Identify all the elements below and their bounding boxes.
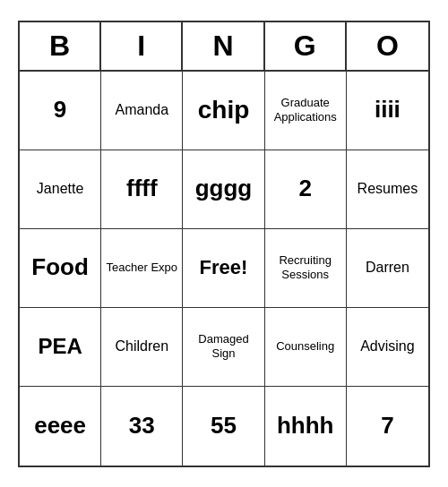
bingo-grid: 9 Amanda chip Graduate Applications iiii… <box>20 72 428 466</box>
header-b: B <box>20 22 101 70</box>
bingo-card: B I N G O 9 Amanda chip Graduate Applica… <box>18 21 430 467</box>
cell-0-4: iiii <box>347 72 428 150</box>
cell-4-0: eeee <box>20 387 101 466</box>
cell-4-4: 7 <box>347 387 428 466</box>
header-o: O <box>347 22 428 70</box>
cell-3-4: Advising <box>347 308 428 387</box>
cell-4-1: 33 <box>101 387 183 466</box>
cell-3-1: Children <box>101 308 183 387</box>
cell-1-1: ffff <box>101 150 183 229</box>
cell-1-0: Janette <box>20 150 101 229</box>
cell-0-2: chip <box>183 72 264 150</box>
cell-2-4: Darren <box>347 229 428 308</box>
cell-4-2: 55 <box>183 387 264 466</box>
cell-0-0: 9 <box>20 72 101 150</box>
cell-1-3: 2 <box>265 150 347 229</box>
cell-2-0: Food <box>20 229 101 308</box>
cell-2-1: Teacher Expo <box>101 229 183 308</box>
cell-2-3: Recruiting Sessions <box>265 229 347 308</box>
cell-3-2: Damaged Sign <box>183 308 264 387</box>
cell-3-3: Counseling <box>265 308 347 387</box>
header-i: I <box>101 22 183 70</box>
header-n: N <box>183 22 264 70</box>
cell-3-0: PEA <box>20 308 101 387</box>
bingo-header: B I N G O <box>20 22 428 72</box>
cell-4-3: hhhh <box>265 387 347 466</box>
cell-2-2: Free! <box>183 229 264 308</box>
cell-0-3: Graduate Applications <box>265 72 347 150</box>
cell-1-2: gggg <box>183 150 264 229</box>
cell-0-1: Amanda <box>101 72 183 150</box>
header-g: G <box>265 22 347 70</box>
cell-1-4: Resumes <box>347 150 428 229</box>
